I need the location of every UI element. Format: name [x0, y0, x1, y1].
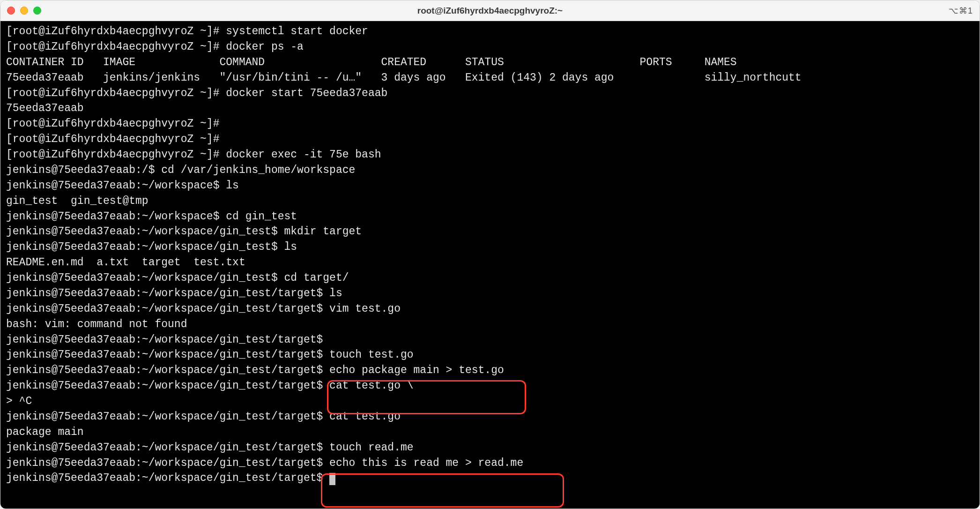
window-title: root@iZuf6hyrdxb4aecpghvyroZ:~: [0, 6, 980, 16]
terminal-line: > ^C: [6, 394, 975, 409]
terminal-line: jenkins@75eeda37eaab:~/workspace/gin_tes…: [6, 363, 975, 378]
terminal-line: jenkins@75eeda37eaab:~/workspace$ cd gin…: [6, 209, 975, 225]
terminal-line: jenkins@75eeda37eaab:~/workspace/gin_tes…: [6, 224, 975, 240]
terminal-line: jenkins@75eeda37eaab:~/workspace/gin_tes…: [6, 270, 975, 286]
terminal-line: jenkins@75eeda37eaab:~/workspace/gin_tes…: [6, 471, 975, 486]
shortcut-indicator: ⌥⌘1: [949, 6, 973, 16]
terminal-line: jenkins@75eeda37eaab:~/workspace/gin_tes…: [6, 240, 975, 255]
terminal-line: jenkins@75eeda37eaab:~/workspace/gin_tes…: [6, 332, 975, 348]
close-button[interactable]: [7, 7, 15, 15]
terminal-line: README.en.md a.txt target test.txt: [6, 255, 975, 270]
terminal-line: [root@iZuf6hyrdxb4aecpghvyroZ ~]#: [6, 132, 975, 147]
terminal-line: package main: [6, 425, 975, 440]
minimize-button[interactable]: [20, 7, 28, 15]
cursor: [329, 473, 335, 485]
terminal-line: jenkins@75eeda37eaab:/$ cd /var/jenkins_…: [6, 163, 975, 178]
titlebar: root@iZuf6hyrdxb4aecpghvyroZ:~ ⌥⌘1: [0, 0, 980, 21]
terminal-line: jenkins@75eeda37eaab:~/workspace/gin_tes…: [6, 440, 975, 456]
terminal-line: jenkins@75eeda37eaab:~/workspace$ ls: [6, 178, 975, 194]
terminal-body[interactable]: [root@iZuf6hyrdxb4aecpghvyroZ ~]# system…: [0, 21, 980, 509]
terminal-line: jenkins@75eeda37eaab:~/workspace/gin_tes…: [6, 409, 975, 425]
terminal-line: [root@iZuf6hyrdxb4aecpghvyroZ ~]# docker…: [6, 147, 975, 163]
terminal-line: CONTAINER ID IMAGE COMMAND CREATED STATU…: [6, 55, 975, 70]
terminal-line: jenkins@75eeda37eaab:~/workspace/gin_tes…: [6, 347, 975, 363]
terminal-line: 75eeda37eaab: [6, 101, 975, 116]
terminal-line: gin_test gin_test@tmp: [6, 194, 975, 209]
terminal-line: jenkins@75eeda37eaab:~/workspace/gin_tes…: [6, 286, 975, 301]
terminal-line: 75eeda37eaab jenkins/jenkins "/usr/bin/t…: [6, 70, 975, 86]
terminal-line: jenkins@75eeda37eaab:~/workspace/gin_tes…: [6, 301, 975, 317]
terminal-window: root@iZuf6hyrdxb4aecpghvyroZ:~ ⌥⌘1 [root…: [0, 0, 980, 509]
terminal-line: bash: vim: command not found: [6, 317, 975, 332]
terminal-line: [root@iZuf6hyrdxb4aecpghvyroZ ~]# system…: [6, 24, 975, 39]
terminal-line: [root@iZuf6hyrdxb4aecpghvyroZ ~]# docker…: [6, 39, 975, 55]
terminal-line: jenkins@75eeda37eaab:~/workspace/gin_tes…: [6, 378, 975, 394]
maximize-button[interactable]: [33, 7, 41, 15]
terminal-line: [root@iZuf6hyrdxb4aecpghvyroZ ~]#: [6, 116, 975, 132]
terminal-line: [root@iZuf6hyrdxb4aecpghvyroZ ~]# docker…: [6, 86, 975, 101]
traffic-lights: [7, 7, 41, 15]
terminal-line: jenkins@75eeda37eaab:~/workspace/gin_tes…: [6, 456, 975, 471]
